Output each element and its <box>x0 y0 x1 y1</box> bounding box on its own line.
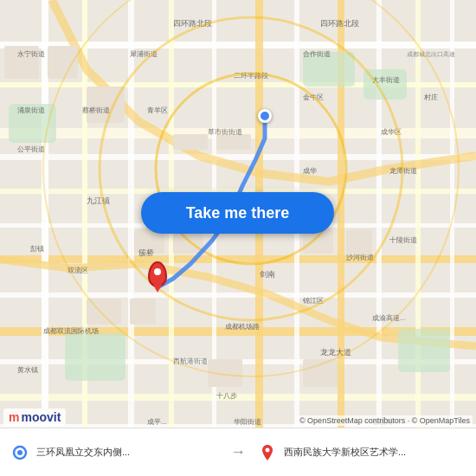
svg-text:十陵街道: 十陵街道 <box>389 236 417 244</box>
svg-point-85 <box>266 447 270 452</box>
svg-point-84 <box>17 450 23 455</box>
svg-rect-19 <box>294 0 299 476</box>
svg-rect-41 <box>303 359 338 387</box>
take-me-there-button[interactable]: Take me there <box>141 192 334 234</box>
svg-rect-8 <box>0 293 476 298</box>
map-container: 四环路北段 四环路北段 永宁街道 涌泉街道 公平街道 蔡桥街道 青羊区 草市街街… <box>0 0 476 476</box>
svg-text:成都城北出口高速: 成都城北出口高速 <box>407 51 455 57</box>
svg-text:青羊区: 青羊区 <box>147 106 168 114</box>
svg-text:簇桥: 簇桥 <box>138 248 154 257</box>
svg-text:永宁街道: 永宁街道 <box>17 50 45 58</box>
origin-marker <box>258 109 272 123</box>
origin-text: 三环凤凰立交东内侧... <box>36 446 218 459</box>
svg-text:成渝高速...: 成渝高速... <box>372 314 406 322</box>
svg-rect-31 <box>87 87 125 123</box>
svg-text:华阳街道: 华阳街道 <box>234 418 261 426</box>
moovit-logo: m moovit <box>3 408 66 426</box>
svg-text:涌泉街道: 涌泉街道 <box>17 106 45 114</box>
svg-text:成都机场路: 成都机场路 <box>225 323 260 331</box>
origin-icon <box>10 443 29 462</box>
svg-rect-23 <box>450 0 454 476</box>
destination-text: 西南民族大学新校区艺术学... <box>284 446 466 459</box>
svg-text:黄水镇: 黄水镇 <box>17 366 38 374</box>
svg-text:九江镇: 九江镇 <box>87 196 110 205</box>
svg-rect-28 <box>398 329 450 372</box>
svg-rect-39 <box>130 299 156 325</box>
svg-text:合作街道: 合作街道 <box>303 50 331 58</box>
svg-text:成平...: 成平... <box>147 418 167 426</box>
bottom-bar: 三环凤凰立交东内侧... → 西南民族大学新校区艺术学... <box>0 428 476 476</box>
svg-text:村庄: 村庄 <box>423 93 438 101</box>
moovit-m-letter: m <box>9 410 19 424</box>
arrow-icon: → <box>230 443 246 461</box>
svg-rect-17 <box>212 0 216 476</box>
svg-rect-11 <box>0 394 476 401</box>
map-attribution: © OpenStreetMap contributors · © OpenMap… <box>297 415 473 426</box>
destination-icon <box>258 443 277 462</box>
svg-rect-32 <box>173 134 208 150</box>
svg-text:十八步: 十八步 <box>216 392 237 400</box>
svg-text:四环路北段: 四环路北段 <box>320 19 359 28</box>
moovit-name: moovit <box>21 410 61 424</box>
svg-rect-4 <box>0 154 476 160</box>
svg-text:公平街道: 公平街道 <box>17 145 45 153</box>
svg-rect-27 <box>65 333 125 381</box>
destination-marker <box>148 261 167 287</box>
svg-rect-13 <box>42 0 48 476</box>
svg-text:成华: 成华 <box>303 167 317 175</box>
svg-text:成都双流国际机场: 成都双流国际机场 <box>43 327 99 335</box>
svg-rect-37 <box>346 229 372 254</box>
map-background: 四环路北段 四环路北段 永宁街道 涌泉街道 公平街道 蔡桥街道 青羊区 草市街街… <box>0 0 476 476</box>
svg-text:草市街街道: 草市街街道 <box>208 128 242 136</box>
svg-text:剑南: 剑南 <box>260 270 275 279</box>
svg-rect-33 <box>216 134 251 150</box>
svg-text:沙河街道: 沙河街道 <box>346 254 374 261</box>
svg-text:彭镇: 彭镇 <box>30 245 44 253</box>
svg-rect-15 <box>128 0 134 476</box>
svg-text:蔡桥街道: 蔡桥街道 <box>82 106 110 114</box>
